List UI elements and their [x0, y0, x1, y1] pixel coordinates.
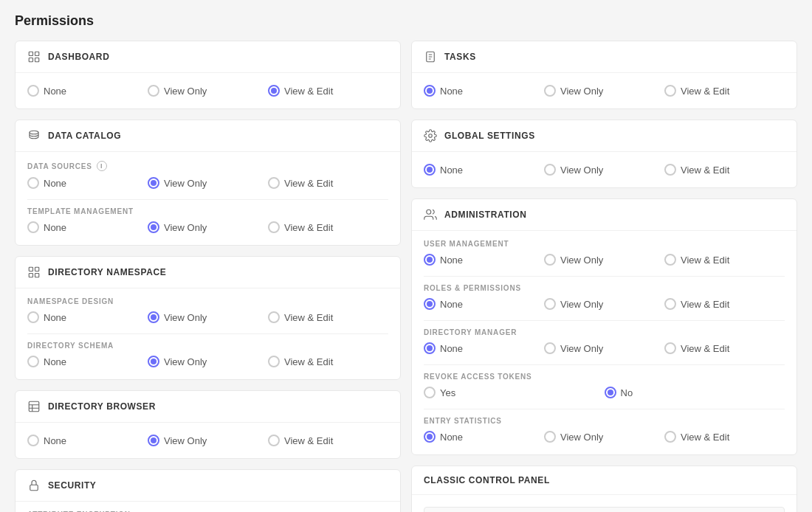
es-viewedit-radio[interactable] — [664, 431, 676, 443]
global-settings-card: GLOBAL SETTINGS None View Only — [411, 120, 797, 188]
data-sources-info[interactable]: i — [97, 161, 107, 171]
dashboard-viewedit-option[interactable]: View & Edit — [268, 85, 388, 97]
es-viewedit-option[interactable]: View & Edit — [664, 431, 785, 443]
um-viewedit-option[interactable]: View & Edit — [664, 254, 785, 266]
ds-viewedit-option[interactable]: View & Edit — [268, 177, 388, 189]
es-none-option[interactable]: None — [424, 431, 544, 443]
dsch-viewonly-option[interactable]: View Only — [148, 356, 268, 367]
rat-yes-option[interactable]: Yes — [424, 387, 605, 398]
gs-viewonly-radio[interactable] — [544, 164, 556, 176]
db-none-option[interactable]: None — [27, 435, 148, 446]
tasks-header: TASKS — [412, 41, 796, 73]
ds-none-radio[interactable] — [27, 177, 39, 189]
dsch-viewonly-radio[interactable] — [148, 356, 159, 367]
dm-viewonly-radio[interactable] — [544, 342, 556, 354]
rp-none-radio[interactable] — [424, 298, 436, 310]
es-none-radio[interactable] — [424, 431, 436, 443]
rp-viewonly-option[interactable]: View Only — [544, 298, 664, 310]
gs-viewedit-radio[interactable] — [664, 164, 676, 176]
administration-card: ADMINISTRATION USER MANAGEMENT None — [411, 198, 797, 455]
svg-rect-7 — [29, 274, 32, 277]
um-viewonly-option[interactable]: View Only — [544, 254, 664, 266]
tasks-viewedit-option[interactable]: View & Edit — [664, 85, 785, 97]
dsch-viewonly-label: View Only — [164, 356, 207, 367]
dsch-none-option[interactable]: None — [27, 356, 148, 367]
es-viewonly-radio[interactable] — [544, 431, 556, 443]
rat-no-radio[interactable] — [605, 387, 616, 398]
nd-none-radio[interactable] — [27, 311, 39, 323]
dm-viewedit-radio[interactable] — [664, 342, 676, 354]
tasks-viewedit-radio[interactable] — [664, 85, 676, 97]
directory-namespace-body: NAMESPACE DESIGN None View Only — [16, 288, 400, 379]
svg-rect-9 — [29, 401, 39, 412]
tasks-card: TASKS None View Only — [411, 41, 797, 109]
tasks-viewonly-option[interactable]: View Only — [544, 85, 664, 97]
dsch-viewedit-label: View & Edit — [284, 356, 333, 367]
nd-viewedit-radio[interactable] — [268, 311, 280, 323]
dsch-viewedit-option[interactable]: View & Edit — [268, 356, 388, 367]
tm-viewonly-option[interactable]: View Only — [148, 221, 268, 233]
dm-viewonly-option[interactable]: View Only — [544, 342, 664, 354]
nd-none-option[interactable]: None — [27, 311, 148, 323]
dm-none-radio[interactable] — [424, 342, 436, 354]
db-viewonly-option[interactable]: View Only — [148, 435, 268, 446]
data-catalog-card: DATA CATALOG DATA SOURCES i None — [15, 120, 401, 246]
db-viewedit-label: View & Edit — [284, 435, 333, 446]
um-viewonly-label: View Only — [560, 255, 603, 266]
tm-viewedit-option[interactable]: View & Edit — [268, 221, 388, 233]
rp-viewedit-radio[interactable] — [664, 298, 676, 310]
security-body: ATTRIBUTE ENCRYPTION None View Only — [16, 502, 400, 512]
dsch-viewedit-radio[interactable] — [268, 356, 280, 367]
gs-viewonly-option[interactable]: View Only — [544, 164, 664, 176]
dashboard-viewonly-option[interactable]: View Only — [148, 85, 268, 97]
rp-viewedit-option[interactable]: View & Edit — [664, 298, 785, 310]
db-viewedit-radio[interactable] — [268, 435, 280, 446]
rat-no-option[interactable]: No — [605, 387, 785, 398]
rp-viewonly-radio[interactable] — [544, 298, 556, 310]
table-icon — [27, 400, 41, 413]
dashboard-viewedit-radio[interactable] — [268, 85, 280, 97]
entry-stats-label: ENTRY STATISTICS — [424, 417, 785, 425]
db-viewonly-radio[interactable] — [148, 435, 159, 446]
tasks-none-radio[interactable] — [424, 85, 436, 97]
classic-control-panel-header: CLASSIC CONTROL PANEL — [412, 466, 796, 495]
db-viewedit-option[interactable]: View & Edit — [268, 435, 388, 446]
dashboard-none-option[interactable]: None — [27, 85, 148, 97]
tasks-none-option[interactable]: None — [424, 85, 544, 97]
dashboard-viewonly-radio[interactable] — [148, 85, 159, 97]
um-none-label: None — [440, 255, 463, 266]
ds-viewonly-option[interactable]: View Only — [148, 177, 268, 189]
dashboard-title: DASHBOARD — [48, 52, 109, 62]
directory-browser-title: DIRECTORY BROWSER — [48, 401, 156, 412]
um-viewonly-radio[interactable] — [544, 254, 556, 266]
tasks-icon — [424, 50, 437, 63]
nd-viewonly-radio[interactable] — [148, 311, 159, 323]
dashboard-none-radio[interactable] — [27, 85, 39, 97]
tm-none-radio[interactable] — [27, 221, 39, 233]
tm-viewedit-radio[interactable] — [268, 221, 280, 233]
es-viewonly-option[interactable]: View Only — [544, 431, 664, 443]
ds-viewonly-radio[interactable] — [148, 177, 159, 189]
tm-none-option[interactable]: None — [27, 221, 148, 233]
rp-none-option[interactable]: None — [424, 298, 544, 310]
tm-viewonly-radio[interactable] — [148, 221, 159, 233]
um-none-radio[interactable] — [424, 254, 436, 266]
nd-viewedit-option[interactable]: View & Edit — [268, 311, 388, 323]
nd-viewonly-option[interactable]: View Only — [148, 311, 268, 323]
dm-viewedit-option[interactable]: View & Edit — [664, 342, 785, 354]
dm-none-option[interactable]: None — [424, 342, 544, 354]
rat-yes-radio[interactable] — [424, 387, 436, 398]
um-none-option[interactable]: None — [424, 254, 544, 266]
um-viewedit-radio[interactable] — [664, 254, 676, 266]
gs-none-radio[interactable] — [424, 164, 436, 176]
dsch-none-radio[interactable] — [27, 356, 39, 367]
tasks-viewedit-label: View & Edit — [681, 86, 729, 97]
gs-viewedit-option[interactable]: View & Edit — [664, 164, 785, 176]
ds-viewedit-radio[interactable] — [268, 177, 280, 189]
gs-none-option[interactable]: None — [424, 164, 544, 176]
ds-none-option[interactable]: None — [27, 177, 148, 189]
db-none-radio[interactable] — [27, 435, 39, 446]
tasks-viewonly-radio[interactable] — [544, 85, 556, 97]
roles-permissions-label: ROLES & PERMISSIONS — [424, 284, 785, 292]
page-title: Permissions — [15, 13, 797, 29]
